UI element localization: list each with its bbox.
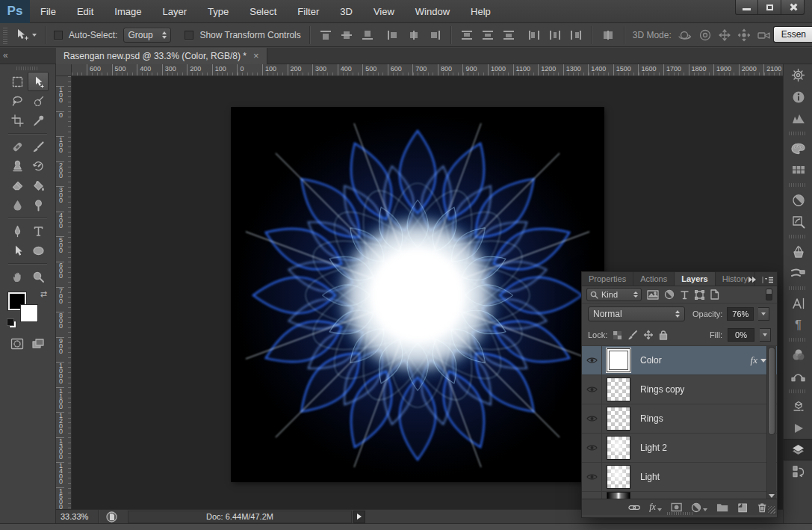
adjustments-icon[interactable] [784, 189, 812, 211]
layers-icon[interactable] [784, 439, 812, 460]
spot-healing-brush-tool[interactable] [7, 137, 28, 156]
show-transform-checkbox[interactable] [185, 31, 193, 40]
blend-mode-dropdown[interactable]: Normal [588, 306, 685, 321]
dock-grip[interactable] [789, 338, 807, 342]
panel-tab[interactable]: Properties [582, 272, 633, 286]
status-flyout-button[interactable] [353, 511, 365, 523]
navigator-icon[interactable] [784, 64, 812, 86]
distribute-bottom-edges-icon[interactable] [503, 30, 515, 40]
paragraph-icon[interactable]: ¶ [784, 314, 812, 336]
maximize-button[interactable] [758, 0, 781, 15]
layer-visibility-toggle[interactable] [582, 434, 602, 462]
layer-row[interactable]: Rings [582, 404, 777, 434]
brush-tool[interactable] [28, 137, 49, 156]
align-vertical-centers-icon[interactable] [341, 30, 353, 40]
lock-all-icon[interactable] [659, 330, 668, 340]
color-icon[interactable] [784, 138, 812, 159]
scrollbar-thumb[interactable] [768, 347, 775, 435]
layer-visibility-toggle[interactable] [582, 404, 602, 433]
menu-item[interactable]: Layer [152, 0, 198, 23]
vertical-ruler[interactable]: 1000100200300400500600700800900100011001… [56, 76, 72, 509]
document-info-field[interactable]: Doc: 6.44M/47.2M [128, 511, 352, 523]
blur-tool[interactable] [7, 195, 28, 215]
history-icon[interactable] [784, 460, 812, 482]
menu-item[interactable]: Select [239, 0, 287, 23]
align-right-edges-icon[interactable] [429, 30, 441, 40]
character-icon[interactable] [784, 292, 812, 314]
eraser-tool[interactable] [7, 176, 28, 195]
quick-mask-mode-button[interactable] [7, 334, 28, 354]
ruler-origin-corner[interactable] [56, 64, 72, 76]
menu-item[interactable]: 3D [329, 0, 363, 23]
delete-layer-icon[interactable] [757, 502, 766, 513]
layer-thumbnail[interactable] [607, 348, 630, 372]
menu-item[interactable]: File [30, 0, 66, 23]
align-top-edges-icon[interactable] [320, 30, 332, 40]
lock-transparency-icon[interactable] [613, 330, 622, 340]
swap-colors-icon[interactable]: ⇄ [40, 289, 47, 299]
timeline-icon[interactable] [784, 417, 812, 439]
menu-item[interactable]: Edit [66, 0, 104, 23]
clone-stamp-tool[interactable] [7, 156, 28, 176]
default-colors-icon[interactable] [7, 318, 16, 328]
auto-select-dropdown[interactable]: Group [123, 28, 171, 43]
filter-kind-dropdown[interactable]: Kind [586, 288, 642, 301]
panel-tab[interactable]: Layers [675, 272, 715, 286]
dodge-tool[interactable] [28, 195, 49, 215]
workspace-button[interactable]: Essen [773, 26, 812, 43]
distribute-vertical-centers-icon[interactable] [482, 30, 494, 40]
auto-select-checkbox[interactable] [54, 31, 63, 40]
minimize-button[interactable] [735, 0, 758, 15]
layer-thumbnail[interactable] [607, 378, 630, 401]
background-color-swatch[interactable] [20, 304, 38, 322]
close-button[interactable] [781, 0, 805, 15]
lasso-tool[interactable] [7, 91, 28, 111]
3d-camera-icon[interactable] [757, 29, 772, 41]
opacity-dropdown-button[interactable] [758, 307, 769, 321]
filter-toggle-switch[interactable] [766, 289, 772, 301]
layer-row[interactable]: Light 2 [582, 434, 777, 463]
type-tool[interactable] [28, 221, 49, 241]
layer-name[interactable]: Light 2 [640, 443, 667, 453]
lock-pixels-icon[interactable] [627, 330, 638, 340]
canvas[interactable] [232, 108, 604, 481]
dock-grip[interactable] [789, 235, 807, 238]
menu-item[interactable]: Image [104, 0, 152, 23]
rectangular-marquee-tool[interactable] [7, 72, 28, 91]
collapse-panels-icon[interactable]: « [3, 50, 8, 61]
align-horizontal-centers-icon[interactable] [408, 30, 420, 40]
auto-align-layers-icon[interactable] [602, 30, 614, 40]
filter-adjustment-icon[interactable] [664, 289, 675, 300]
dock-grip[interactable] [789, 389, 807, 393]
layer-name[interactable]: Rings [640, 413, 663, 424]
distribute-horizontal-centers-icon[interactable] [549, 30, 561, 40]
3d-orbit-icon[interactable] [678, 28, 692, 42]
brush-icon[interactable] [784, 241, 812, 262]
layer-fx-badge[interactable]: fx [751, 354, 757, 366]
screen-mode-button[interactable] [28, 334, 49, 354]
styles-icon[interactable] [784, 211, 812, 232]
menu-item[interactable]: View [363, 0, 405, 23]
crop-tool[interactable] [7, 111, 28, 130]
fx-collapse-icon[interactable] [760, 359, 766, 363]
layer-name[interactable]: Rings copy [640, 384, 684, 395]
move-tool[interactable] [28, 72, 49, 91]
fill-dropdown-button[interactable] [760, 328, 771, 342]
dock-grip[interactable] [789, 183, 807, 187]
layer-row[interactable]: Rings copy [582, 375, 777, 404]
layer-row[interactable]: Light [582, 463, 777, 492]
dock-grip[interactable] [789, 132, 807, 135]
toolbar-grip[interactable] [16, 67, 39, 70]
filter-smart-object-icon[interactable] [710, 289, 719, 300]
paint-bucket-tool[interactable] [28, 176, 49, 195]
pen-tool[interactable] [7, 221, 28, 241]
dock-grip[interactable] [789, 286, 807, 290]
menu-item[interactable]: Type [197, 0, 239, 23]
layer-thumbnail[interactable] [607, 436, 630, 460]
history-brush-tool[interactable] [28, 156, 49, 176]
hand-tool[interactable] [7, 267, 28, 286]
add-layer-mask-icon[interactable] [671, 502, 682, 512]
layer-row-partial[interactable] [582, 492, 777, 499]
kuler-icon[interactable] [784, 344, 812, 366]
filter-image-icon[interactable] [647, 290, 659, 300]
